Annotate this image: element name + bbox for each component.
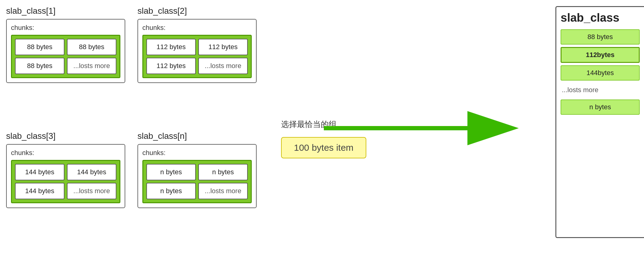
- bottom-row: slab_class[3] chunks: 144 bytes 144 byte…: [6, 131, 257, 208]
- right-item-n: n bytes: [561, 99, 640, 115]
- slab-class-n-grid: n bytes n bytes n bytes ...losts more: [142, 160, 252, 203]
- slab-class-n: slab_class[n] chunks: n bytes n bytes n …: [137, 131, 257, 208]
- right-item-144: 144bytes: [561, 65, 640, 81]
- slab-class-3-title: slab_class[3]: [6, 131, 125, 141]
- select-label: 选择最恰当的组: [281, 119, 366, 130]
- chunk-1-3: 88 bytes: [15, 58, 64, 74]
- right-item-losts: ...losts more: [561, 83, 640, 97]
- slab-class-3-chunks-label: chunks:: [11, 149, 120, 157]
- right-panel-title: slab_class: [561, 11, 640, 24]
- slab-class-1-grid: 88 bytes 88 bytes 88 bytes ...losts more: [11, 35, 120, 78]
- right-panel: slab_class 88 bytes 112bytes 144bytes ..…: [555, 6, 644, 238]
- chunk-2-losts: ...losts more: [198, 58, 248, 74]
- chunk-n-2: n bytes: [198, 164, 248, 180]
- chunk-3-1: 144 bytes: [15, 164, 64, 180]
- slab-class-1-chunks-label: chunks:: [11, 24, 120, 32]
- chunk-1-1: 88 bytes: [15, 39, 64, 55]
- chunk-3-3: 144 bytes: [15, 183, 64, 199]
- slab-class-2-title: slab_class[2]: [137, 6, 257, 16]
- slab-class-n-box: chunks: n bytes n bytes n bytes ...losts…: [137, 144, 257, 208]
- slab-class-1: slab_class[1] chunks: 88 bytes 88 bytes …: [6, 6, 125, 83]
- slab-class-3-grid: 144 bytes 144 bytes 144 bytes ...losts m…: [11, 160, 120, 203]
- slab-class-n-title: slab_class[n]: [137, 131, 257, 141]
- slab-class-1-box: chunks: 88 bytes 88 bytes 88 bytes ...lo…: [6, 19, 125, 83]
- slab-class-2: slab_class[2] chunks: 112 bytes 112 byte…: [137, 6, 257, 83]
- slab-class-3-box: chunks: 144 bytes 144 bytes 144 bytes ..…: [6, 144, 125, 208]
- slab-class-3: slab_class[3] chunks: 144 bytes 144 byte…: [6, 131, 125, 208]
- slab-class-2-chunks-label: chunks:: [142, 24, 252, 32]
- chunk-n-1: n bytes: [146, 164, 196, 180]
- top-row: slab_class[1] chunks: 88 bytes 88 bytes …: [6, 6, 257, 83]
- chunk-n-3: n bytes: [146, 183, 196, 199]
- chunk-3-2: 144 bytes: [67, 164, 116, 180]
- middle-section: 选择最恰当的组 100 bytes item: [281, 119, 366, 158]
- right-item-112: 112bytes: [561, 47, 640, 63]
- chunk-3-losts: ...losts more: [67, 183, 116, 199]
- chunk-2-3: 112 bytes: [146, 58, 196, 74]
- slab-class-1-title: slab_class[1]: [6, 6, 125, 16]
- chunk-1-losts: ...losts more: [67, 58, 116, 74]
- slab-class-2-grid: 112 bytes 112 bytes 112 bytes ...losts m…: [142, 35, 252, 78]
- chunk-2-2: 112 bytes: [198, 39, 248, 55]
- page-container: slab_class[1] chunks: 88 bytes 88 bytes …: [0, 0, 644, 260]
- slab-class-2-box: chunks: 112 bytes 112 bytes 112 bytes ..…: [137, 19, 257, 83]
- right-item-88: 88 bytes: [561, 29, 640, 45]
- slab-class-n-chunks-label: chunks:: [142, 149, 252, 157]
- bytes-item-box: 100 bytes item: [281, 137, 366, 158]
- chunk-1-2: 88 bytes: [67, 39, 116, 55]
- chunk-2-1: 112 bytes: [146, 39, 196, 55]
- chunk-n-losts: ...losts more: [198, 183, 248, 199]
